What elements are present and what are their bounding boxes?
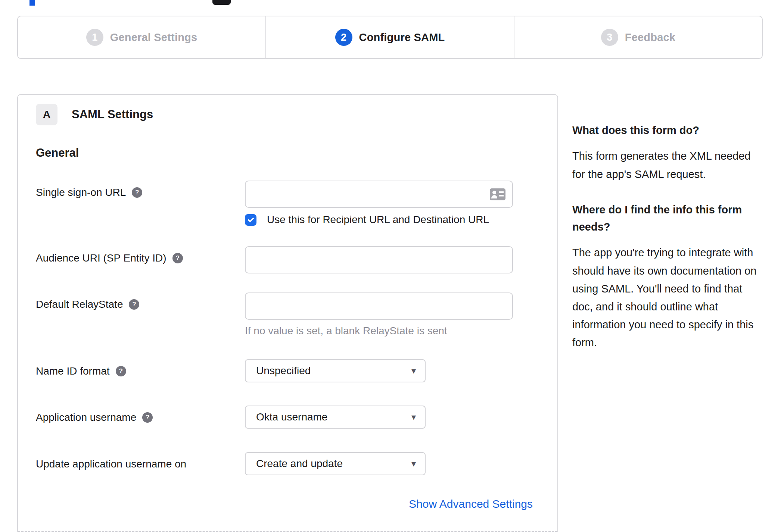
name-id-format-value: Unspecified xyxy=(256,365,311,377)
cutoff-black-element xyxy=(212,0,231,5)
step-number-badge: 3 xyxy=(601,29,618,46)
default-relaystate-label: Default RelayState xyxy=(36,298,123,310)
default-relaystate-input[interactable] xyxy=(245,292,513,320)
saml-settings-card: A SAML Settings General Single sign-on U… xyxy=(17,94,558,532)
audience-uri-input[interactable] xyxy=(245,246,513,273)
chevron-down-icon: ▾ xyxy=(411,366,416,376)
update-username-label: Update application username on xyxy=(36,458,186,470)
relaystate-helper-text: If no value is set, a blank RelayState i… xyxy=(245,325,535,337)
contact-card-icon[interactable] xyxy=(490,188,505,200)
sso-url-label: Single sign-on URL xyxy=(36,187,126,198)
step-label: Configure SAML xyxy=(359,31,445,44)
name-id-format-help-icon[interactable]: ? xyxy=(116,366,126,376)
step-feedback[interactable]: 3 Feedback xyxy=(514,16,762,58)
application-username-value: Okta username xyxy=(256,411,327,423)
step-number-badge: 2 xyxy=(335,29,352,46)
sidebar-body-what: This form generates the XML needed for t… xyxy=(572,147,761,183)
step-label: General Settings xyxy=(110,31,197,44)
sidebar-body-where: The app you're trying to integrate with … xyxy=(572,244,761,351)
name-id-format-select[interactable]: Unspecified ▾ xyxy=(245,359,426,382)
step-configure-saml[interactable]: 2 Configure SAML xyxy=(265,16,514,58)
step-number-badge: 1 xyxy=(86,29,103,46)
name-id-format-label: Name ID format xyxy=(36,365,110,377)
cutoff-blue-element xyxy=(29,0,35,6)
recipient-url-checkbox[interactable] xyxy=(245,214,256,226)
chevron-down-icon: ▾ xyxy=(411,412,416,422)
sidebar-heading-where: Where do I find the info this form needs… xyxy=(572,201,761,236)
application-username-select[interactable]: Okta username ▾ xyxy=(245,406,426,429)
card-title: SAML Settings xyxy=(72,108,153,121)
step-general-settings[interactable]: 1 General Settings xyxy=(18,16,265,58)
application-username-help-icon[interactable]: ? xyxy=(142,412,153,423)
sso-url-input[interactable] xyxy=(245,181,513,208)
update-username-value: Create and update xyxy=(256,458,343,470)
wizard-stepper: 1 General Settings 2 Configure SAML 3 Fe… xyxy=(17,16,763,59)
audience-uri-label: Audience URI (SP Entity ID) xyxy=(36,252,167,264)
sidebar-heading-what: What does this form do? xyxy=(572,122,761,139)
step-label: Feedback xyxy=(625,31,675,44)
update-username-select[interactable]: Create and update ▾ xyxy=(245,452,426,475)
help-sidebar: What does this form do? This form genera… xyxy=(572,122,761,369)
sso-url-help-icon[interactable]: ? xyxy=(132,187,142,198)
audience-uri-help-icon[interactable]: ? xyxy=(172,253,183,263)
chevron-down-icon: ▾ xyxy=(411,459,416,469)
default-relaystate-help-icon[interactable]: ? xyxy=(129,299,139,310)
general-section-title: General xyxy=(36,146,535,160)
recipient-url-checkbox-label: Use this for Recipient URL and Destinati… xyxy=(267,214,489,226)
application-username-label: Application username xyxy=(36,411,136,423)
show-advanced-settings-link[interactable]: Show Advanced Settings xyxy=(409,498,533,510)
section-a-badge: A xyxy=(36,104,57,125)
